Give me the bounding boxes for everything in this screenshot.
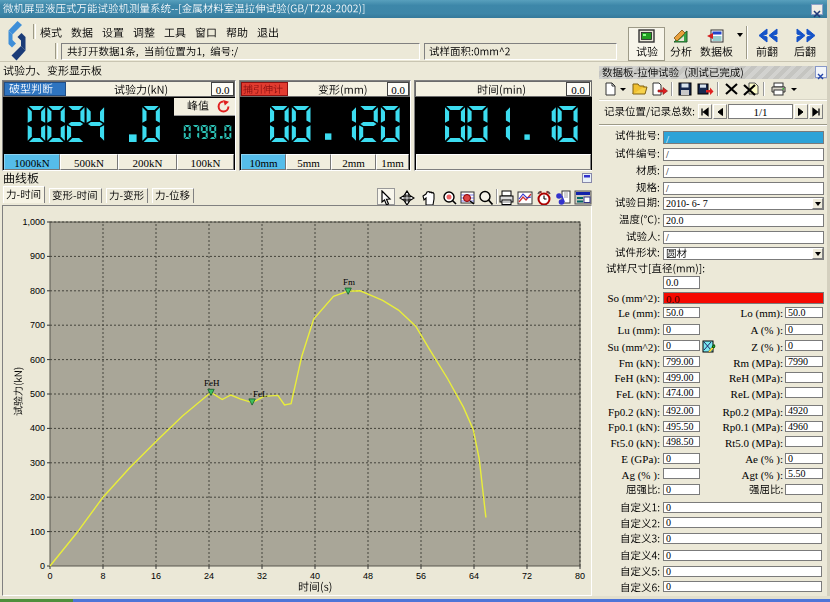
- svg-text:40: 40: [310, 571, 320, 581]
- svg-text:72: 72: [522, 571, 532, 581]
- svg-text:48: 48: [363, 571, 373, 581]
- svg-text:200: 200: [30, 492, 45, 502]
- svg-text:600: 600: [30, 355, 45, 365]
- svg-text:300: 300: [30, 458, 45, 468]
- svg-text:Fm: Fm: [343, 277, 355, 287]
- svg-text:500: 500: [30, 389, 45, 399]
- svg-text:700: 700: [30, 320, 45, 330]
- svg-text:400: 400: [30, 423, 45, 433]
- svg-text:FeH: FeH: [204, 378, 220, 388]
- svg-text:64: 64: [469, 571, 479, 581]
- svg-text:24: 24: [204, 571, 214, 581]
- svg-text:80: 80: [575, 571, 585, 581]
- svg-text:900: 900: [30, 251, 45, 261]
- svg-text:16: 16: [151, 571, 161, 581]
- svg-text:8: 8: [100, 571, 105, 581]
- svg-text:0: 0: [40, 561, 45, 571]
- svg-text:1,000: 1,000: [22, 217, 45, 227]
- svg-text:100: 100: [30, 527, 45, 537]
- svg-text:32: 32: [257, 571, 267, 581]
- svg-text:800: 800: [30, 286, 45, 296]
- svg-text:56: 56: [416, 571, 426, 581]
- svg-text:FeL: FeL: [253, 389, 268, 399]
- svg-text:0: 0: [47, 571, 52, 581]
